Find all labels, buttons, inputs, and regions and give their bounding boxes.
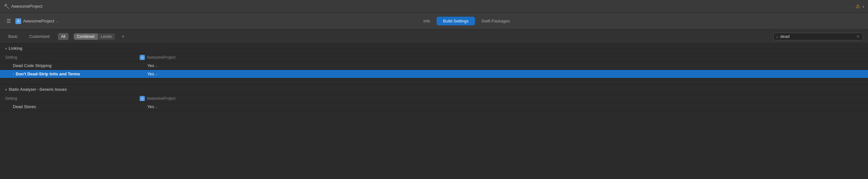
sidebar-toggle-icon[interactable]: ☰ xyxy=(6,18,11,24)
table-row[interactable]: Dead Code Stripping Yes ⌄ xyxy=(0,61,868,70)
project-dropdown-chevron[interactable]: ⌄ xyxy=(56,19,59,23)
linking-col-headers: Setting A AwesomeProject xyxy=(0,54,868,61)
cell-value: Yes ⌄ xyxy=(147,104,863,109)
value-chevron-icon: ⌄ xyxy=(155,105,158,108)
cell-value: Yes ⌄ xyxy=(147,72,863,76)
search-box: ⌕ ✕ xyxy=(773,33,863,41)
section-spacer xyxy=(0,78,868,85)
app-name-label: AwesomeProject xyxy=(11,4,42,9)
col-project-icon: A xyxy=(140,55,145,60)
cell-value: Yes ⌄ xyxy=(147,63,863,68)
tab-nav: Info Build Settings Swift Packages xyxy=(71,17,862,25)
tab-build-settings[interactable]: Build Settings xyxy=(437,17,475,25)
app-icon: 🔨 xyxy=(4,4,9,9)
static-analyzer-section-header[interactable]: ▾ Static Analyzer - Generic Issues xyxy=(0,85,868,95)
cell-name: Dead Stores xyxy=(13,104,147,109)
content-area: ▾ Linking Setting A AwesomeProject Dead … xyxy=(0,44,868,179)
search-clear-button[interactable]: ✕ xyxy=(856,34,860,39)
search-icon: ⌕ xyxy=(776,34,778,39)
filter-customized-button[interactable]: Customized xyxy=(26,33,53,40)
linking-section-title: Linking xyxy=(9,46,23,51)
static-analyzer-collapse-chevron: ▾ xyxy=(5,88,7,92)
app-title: 🔨 AwesomeProject xyxy=(4,4,42,9)
warning-icon: ⚠ xyxy=(856,3,860,9)
row-expander-chevron: › xyxy=(13,73,14,76)
value-chevron-icon: ⌄ xyxy=(155,73,158,76)
cell-name: Dead Code Stripping xyxy=(13,63,147,68)
col-setting-header-2: Setting xyxy=(5,96,140,101)
add-filter-button[interactable]: + xyxy=(120,34,126,40)
tab-swift-packages[interactable]: Swift Packages xyxy=(475,17,516,25)
title-bar: 🔨 AwesomeProject ‹ ⚠ › xyxy=(0,0,868,13)
filter-all-button[interactable]: All xyxy=(58,33,68,40)
search-input[interactable] xyxy=(780,34,854,39)
project-icon: A xyxy=(16,18,21,24)
filter-bar: Basic Customized All Combined Levels + ⌕… xyxy=(0,29,868,44)
col-project-header-2: A AwesomeProject xyxy=(140,96,863,101)
col-setting-header: Setting xyxy=(5,55,140,60)
linking-collapse-chevron: ▾ xyxy=(5,47,7,50)
table-row[interactable]: › Don't Dead-Strip Inits and Terms Yes ⌄ xyxy=(0,70,868,78)
filter-combined-button[interactable]: Combined xyxy=(74,33,98,40)
project-label: A AwesomeProject ⌄ xyxy=(16,18,59,24)
nav-back-button[interactable]: ‹ xyxy=(852,4,853,9)
toolbar: ☰ A AwesomeProject ⌄ Info Build Settings… xyxy=(0,13,868,29)
static-analyzer-col-headers: Setting A AwesomeProject xyxy=(0,95,868,103)
linking-section-header[interactable]: ▾ Linking xyxy=(0,44,868,54)
static-analyzer-section-title: Static Analyzer - Generic Issues xyxy=(9,87,67,92)
value-chevron-icon: ⌄ xyxy=(155,64,158,67)
filter-segment: Combined Levels xyxy=(74,33,115,40)
filter-basic-button[interactable]: Basic xyxy=(5,33,21,40)
project-name-label: AwesomeProject xyxy=(23,19,54,23)
cell-name: › Don't Dead-Strip Inits and Terms xyxy=(13,72,147,76)
title-bar-right: ‹ ⚠ › xyxy=(852,3,864,9)
table-row[interactable]: Dead Stores Yes ⌄ xyxy=(0,103,868,111)
nav-forward-button[interactable]: › xyxy=(863,4,864,9)
filter-levels-button[interactable]: Levels xyxy=(98,33,115,40)
col-project-header: A AwesomeProject xyxy=(140,55,863,60)
col-project-icon-2: A xyxy=(140,96,145,101)
tab-info[interactable]: Info xyxy=(417,17,437,25)
